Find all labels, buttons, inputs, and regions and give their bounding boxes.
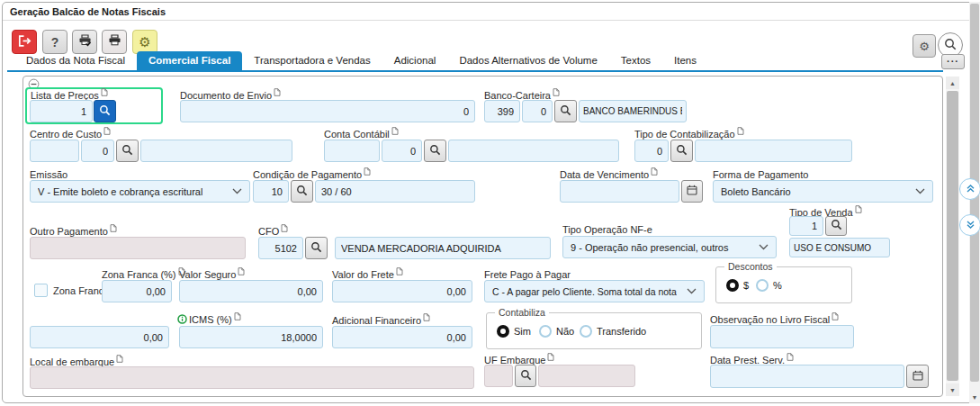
scroll-to-top-button[interactable] <box>959 178 980 200</box>
question-icon: ? <box>51 35 59 50</box>
data-prest-serv-calendar-button[interactable] <box>906 365 929 388</box>
valor-seguro-input[interactable] <box>179 280 323 302</box>
tab-dados-da-nota-fiscal[interactable]: Dados da Nota Fiscal <box>14 51 137 70</box>
modified-field-icon <box>116 355 123 363</box>
observacao-livro-input[interactable] <box>710 325 854 348</box>
tab-itens[interactable]: Itens <box>662 51 708 70</box>
zona-franca-pct-input[interactable] <box>102 280 172 302</box>
modified-field-icon <box>103 127 111 135</box>
search-icon <box>831 219 842 233</box>
uf-embarque-desc-input <box>538 365 635 387</box>
conta-contabil-search-button[interactable] <box>424 140 446 162</box>
tipo-contabilizacao-desc-input[interactable] <box>695 140 852 162</box>
cfo-desc-input[interactable] <box>335 237 551 259</box>
adicional-financeiro-input[interactable] <box>332 326 472 348</box>
radio-icon[interactable] <box>726 279 739 292</box>
emissao-select[interactable]: V - Emite boleto e cobrança escritural <box>30 180 250 203</box>
contabiliza-transferido-radio-option[interactable]: Transferido <box>580 325 646 338</box>
centro-custo-code-input[interactable] <box>30 140 79 162</box>
settings-button[interactable]: ⚙ <box>132 30 157 54</box>
valor-frete-input[interactable] <box>332 280 472 302</box>
radio-icon[interactable] <box>497 325 509 338</box>
calendar-icon <box>687 185 697 198</box>
uf-embarque-search-button[interactable] <box>515 365 536 387</box>
contabiliza-sim-radio-option[interactable]: Sim <box>497 325 531 338</box>
chevron-down-icon <box>759 244 769 250</box>
print-config-button[interactable] <box>72 30 97 54</box>
modified-field-icon <box>423 313 430 321</box>
page-scrollbar-down-button[interactable]: ▼ <box>969 391 980 403</box>
forma-pagamento-label: Forma de Pagamento <box>713 169 808 180</box>
tab-transportadora-e-vendas[interactable]: Transportadora e Vendas <box>242 51 382 70</box>
data-vencimento-input[interactable] <box>560 180 679 203</box>
banco-input[interactable] <box>484 100 520 122</box>
exit-button[interactable] <box>12 30 37 54</box>
banco-nome-input[interactable] <box>579 100 687 122</box>
condicao-pagamento-label: Condição de Pagamento <box>253 169 371 180</box>
tipo-contabilizacao-label: Tipo de Contabilização <box>634 129 744 140</box>
scroll-to-bottom-button[interactable] <box>959 214 980 236</box>
cfo-search-button[interactable] <box>305 237 328 259</box>
tab-comercial-fiscal[interactable]: Comercial Fiscal <box>137 51 242 70</box>
conta-contabil-desc-input[interactable] <box>448 140 619 162</box>
data-vencimento-calendar-button[interactable] <box>681 180 703 203</box>
tab-textos[interactable]: Textos <box>609 51 662 70</box>
radio-icon[interactable] <box>756 279 769 292</box>
frete-pago-select[interactable]: C - A pagar pelo Cliente. Soma total da … <box>484 280 705 302</box>
exit-icon <box>18 35 31 50</box>
condicao-pagamento-search-button[interactable] <box>291 180 313 203</box>
documento-envio-input[interactable] <box>180 100 475 122</box>
modified-field-icon <box>274 88 281 96</box>
inner-scrollbar-down-button[interactable]: ▼ <box>946 383 959 396</box>
adicional-financeiro-label: Adicional Financeiro <box>332 315 430 326</box>
tab-dados-alternativos-de-volume[interactable]: Dados Alternativos de Volume <box>447 51 608 70</box>
descontos-group: Descontos $ % <box>715 266 852 303</box>
desconto-valor-input[interactable] <box>30 326 169 348</box>
icms-input[interactable] <box>179 326 323 348</box>
modified-field-icon <box>737 127 744 135</box>
zona-franca-checkbox[interactable] <box>34 284 48 297</box>
condicao-pagamento-num-input[interactable] <box>253 180 289 203</box>
tipo-contabilizacao-search-button[interactable] <box>670 140 693 162</box>
radio-icon[interactable] <box>580 325 592 338</box>
centro-custo-num-input[interactable] <box>81 140 114 162</box>
tipo-operacao-select[interactable]: 9 - Operação não presencial, outros <box>562 236 777 258</box>
radio-icon[interactable] <box>539 325 552 338</box>
tab-adicional[interactable]: Adicional <box>382 51 448 70</box>
help-button[interactable]: ? <box>42 30 67 54</box>
condicao-pagamento-desc-input[interactable] <box>315 180 475 203</box>
lista-precos-search-button[interactable] <box>94 100 116 122</box>
valor-frete-label: Valor do Frete <box>332 269 403 280</box>
chevron-down-icon <box>687 288 697 294</box>
print-button[interactable] <box>102 30 127 54</box>
contabiliza-nao-radio-option[interactable]: Não <box>539 325 574 338</box>
data-prest-serv-input[interactable] <box>710 365 904 388</box>
outro-pagamento-label: Outro Pagamento <box>30 226 117 237</box>
tipo-venda-desc-input[interactable] <box>789 238 890 257</box>
search-icon <box>121 144 133 158</box>
tipo-venda-num-input[interactable] <box>789 216 823 236</box>
inner-scrollbar-thumb[interactable] <box>947 91 958 381</box>
printer-icon <box>108 34 121 50</box>
desconto-valor-radio-option[interactable]: $ <box>726 279 749 292</box>
centro-custo-search-button[interactable] <box>116 140 139 162</box>
lista-precos-input[interactable] <box>30 100 93 122</box>
conta-contabil-num-input[interactable] <box>382 140 422 162</box>
tab-overflow-button[interactable]: ··· <box>941 54 965 69</box>
carteira-input[interactable] <box>522 100 553 122</box>
inner-scrollbar-up-button[interactable]: ▲ <box>946 77 959 89</box>
tipo-contabilizacao-num-input[interactable] <box>634 140 669 162</box>
centro-custo-desc-input[interactable] <box>140 140 292 162</box>
icms-label: ICMS (%) <box>177 314 241 325</box>
cfo-label: CFO <box>258 226 288 237</box>
cfo-num-input[interactable] <box>258 237 303 259</box>
modified-field-icon <box>110 224 117 232</box>
banco-carteira-search-button[interactable] <box>554 100 577 122</box>
modified-field-icon <box>364 167 371 176</box>
forma-pagamento-select[interactable]: Boleto Bancário <box>713 180 933 203</box>
conta-contabil-code-input[interactable] <box>324 140 380 162</box>
valor-seguro-label: Valor Seguro <box>179 269 245 280</box>
modified-field-icon <box>238 267 245 275</box>
desconto-percent-radio-option[interactable]: % <box>756 279 782 292</box>
tipo-venda-search-button[interactable] <box>825 216 847 236</box>
